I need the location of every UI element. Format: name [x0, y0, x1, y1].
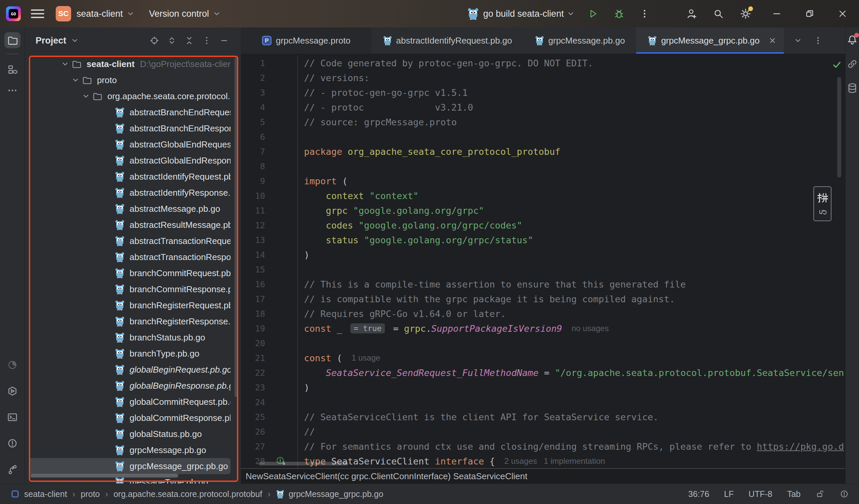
project-avatar[interactable]: SC — [56, 6, 71, 21]
sidebar-item-problems[interactable] — [4, 435, 20, 452]
sidebar-item-database[interactable] — [847, 82, 858, 94]
code-text[interactable]: // is compatible with the grpc package i… — [298, 294, 675, 304]
project-selector[interactable]: seata-client — [76, 9, 135, 19]
main-menu-icon[interactable] — [31, 7, 44, 20]
line-number[interactable]: 9 — [241, 176, 265, 186]
expand-all-icon[interactable] — [167, 35, 177, 46]
code-text[interactable]: const _ = true = grpc.SupportPackageIsVe… — [298, 324, 609, 334]
tree-item-seata-client[interactable]: seata-clientD:\goProject\seata-client — [29, 56, 230, 72]
code-text[interactable]: // Code generated by protoc-gen-go-grpc.… — [298, 58, 593, 68]
code-text[interactable]: context "context" — [298, 191, 419, 201]
tree-item-abstractTransactionRequest.pb.go[interactable]: abstractTransactionRequest.pb.go — [29, 233, 230, 249]
restore-button[interactable] — [793, 0, 826, 28]
line-number[interactable]: 13 — [241, 235, 265, 245]
sidebar-item-ai-assistant[interactable] — [847, 58, 858, 70]
tab-grpcMessage.pb.go[interactable]: grpcMessage.pb.go — [524, 28, 636, 53]
line-number[interactable]: 3 — [241, 88, 265, 97]
add-user-icon[interactable] — [686, 8, 697, 19]
hide-panel-icon[interactable] — [219, 35, 229, 46]
code-text[interactable]: import ( — [298, 176, 348, 186]
project-panel-title[interactable]: Project — [35, 35, 66, 46]
inspection-status-widget[interactable] — [832, 60, 842, 70]
line-number[interactable]: 8 — [241, 161, 265, 171]
chevron-expanded-icon[interactable] — [81, 92, 91, 101]
run-config-label[interactable]: go build seata-client — [483, 9, 564, 19]
unlocked-icon[interactable] — [815, 489, 825, 499]
tree-item-globalStatus.pb.go[interactable]: globalStatus.pb.go — [29, 426, 230, 442]
code-text[interactable]: grpc "google.golang.org/grpc" — [298, 205, 484, 216]
line-number[interactable]: 7 — [241, 147, 265, 157]
file-encoding[interactable]: UTF-8 — [749, 489, 772, 499]
search-icon[interactable] — [713, 8, 724, 19]
tree-item-globalCommitRequest.pb.go[interactable]: globalCommitRequest.pb.go — [29, 394, 230, 410]
inlay-hint[interactable]: = true — [350, 324, 385, 333]
tree-item-branchRegisterResponse.pb.go[interactable]: branchRegisterResponse.pb.go — [29, 313, 230, 329]
hidden-tabs-chevron-icon[interactable] — [793, 36, 803, 45]
code-text[interactable]: // Requires gRPC-Go v1.64.0 or later. — [298, 309, 506, 319]
tree-item-org.apache.seata.core.protocol.protobuf[interactable]: org.apache.seata.core.protocol.protobuf — [29, 88, 230, 104]
chevron-expanded-icon[interactable] — [60, 59, 70, 69]
line-number[interactable]: 2 — [241, 73, 265, 83]
tree-item-branchCommitResponse.pb.go[interactable]: branchCommitResponse.pb.go — [29, 281, 230, 297]
sidebar-item-services[interactable] — [4, 383, 20, 399]
line-number[interactable]: 19 — [241, 324, 265, 333]
tree-item-abstractIdentifyRequest.pb.go[interactable]: abstractIdentifyRequest.pb.go — [29, 169, 230, 185]
line-number[interactable]: 14 — [241, 250, 265, 260]
tree-item-abstractBranchEndResponse.pb.go[interactable]: abstractBranchEndResponse.pb.go — [29, 120, 230, 137]
code-text[interactable]: const (1 usage — [298, 353, 380, 363]
line-ending[interactable]: LF — [724, 489, 734, 499]
close-button[interactable] — [826, 0, 859, 28]
usages-hint[interactable]: 1 usage — [352, 353, 380, 363]
debug-button[interactable] — [613, 8, 625, 19]
ime-indicator[interactable] — [813, 186, 831, 221]
tree-item-grpcMessage.pb.go[interactable]: grpcMessage.pb.go — [29, 442, 230, 458]
code-text[interactable]: // - protoc-gen-go-grpc v1.5.1 — [298, 88, 468, 98]
code-editor[interactable]: 1// Code generated by protoc-gen-go-grpc… — [241, 53, 845, 468]
code-text[interactable]: codes "google.golang.org/grpc/codes" — [298, 220, 522, 231]
line-number[interactable]: 15 — [241, 265, 265, 274]
tree-item-abstractMessage.pb.go[interactable]: abstractMessage.pb.go — [29, 201, 230, 217]
line-number[interactable]: 6 — [241, 132, 265, 142]
tree-item-branchStatus.pb.go[interactable]: branchStatus.pb.go — [29, 329, 230, 346]
tree-item-abstractResultMessage.pb.go[interactable]: abstractResultMessage.pb.go — [29, 217, 230, 233]
sidebar-item-terminal[interactable] — [4, 409, 20, 425]
code-text[interactable]: // - protoc v3.21.0 — [298, 102, 473, 113]
close-tab-icon[interactable] — [768, 36, 777, 45]
chevron-expanded-icon[interactable] — [71, 75, 80, 85]
line-number[interactable]: 5 — [241, 117, 265, 127]
line-number[interactable]: 22 — [241, 368, 265, 378]
code-text[interactable]: // source: grpcMessage.proto — [298, 117, 457, 127]
breadcrumb-project[interactable]: seata-client — [24, 489, 67, 499]
breadcrumb-package[interactable]: org.apache.seata.core.protocol.protobuf — [114, 489, 262, 499]
line-number[interactable]: 17 — [241, 294, 265, 304]
line-number[interactable]: 18 — [241, 309, 265, 319]
code-text[interactable]: // For semantics around ctx use and clos… — [298, 441, 844, 452]
tab-grpcMessage.proto[interactable]: PgrpcMessage.proto — [241, 28, 372, 53]
tab-options-icon[interactable] — [813, 36, 823, 45]
gutter-interface-implemented[interactable] — [265, 454, 298, 468]
tree-item-abstractBranchEndRequest.pb.go[interactable]: abstractBranchEndRequest.pb.go — [29, 104, 230, 120]
version-control-menu[interactable]: Version control — [149, 9, 221, 19]
indent-style[interactable]: Tab — [787, 489, 801, 499]
usages-hint[interactable]: no usages — [571, 324, 609, 333]
code-text[interactable]: status "google.golang.org/grpc/status" — [298, 235, 533, 245]
minimize-button[interactable] — [760, 0, 793, 28]
line-number[interactable]: 21 — [241, 353, 265, 363]
code-text[interactable]: // versions: — [298, 73, 370, 83]
line-number[interactable]: 4 — [241, 103, 265, 112]
breadcrumb-proto[interactable]: proto — [81, 489, 100, 499]
chevron-down-icon[interactable] — [71, 36, 79, 45]
panel-more-icon[interactable] — [202, 35, 212, 46]
problems-indicator-icon[interactable] — [840, 489, 849, 499]
code-text[interactable]: SeataService_SendRequest_FullMethodName … — [298, 367, 844, 378]
sidebar-item-notifications[interactable] — [847, 34, 858, 46]
tree-item-abstractTransactionResponse.pb.go[interactable]: abstractTransactionResponse.pb.go — [29, 249, 230, 265]
tree-item-globalCommitResponse.pb.go[interactable]: globalCommitResponse.pb.go — [29, 410, 230, 426]
line-number[interactable]: 23 — [241, 383, 265, 392]
usages-hint[interactable]: 2 usages 1 implementation — [504, 456, 605, 466]
code-text[interactable]: package org_apache_seata_core_protocol_p… — [298, 146, 560, 157]
more-actions-icon[interactable] — [639, 9, 650, 19]
sidebar-item-git[interactable] — [4, 461, 20, 477]
run-button[interactable] — [587, 8, 599, 19]
tree-item-globalBeginResponse.pb.go[interactable]: globalBeginResponse.pb.go — [29, 378, 230, 394]
